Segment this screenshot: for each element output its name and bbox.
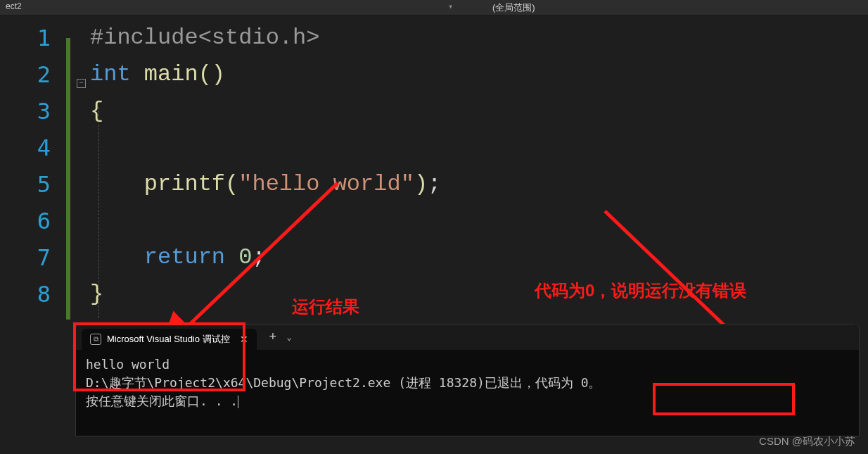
annotation-run-result: 运行结果 <box>292 296 359 318</box>
tab-dropdown-icon[interactable]: ⌄ <box>286 332 291 343</box>
line-number: 1 <box>0 20 51 56</box>
line-number: 2 <box>0 56 51 93</box>
code-line: return 0; <box>90 239 441 276</box>
fold-collapse-icon[interactable]: − <box>77 79 86 88</box>
terminal-window: ⧉ Microsoft Visual Studio 调试控 ✕ + ⌄ hell… <box>75 324 860 436</box>
code-line: int main() <box>90 56 441 93</box>
change-indicator-bar <box>66 38 70 320</box>
terminal-output[interactable]: hello world D:\趣字节\Project2\x64\Debug\Pr… <box>76 350 859 416</box>
code-line: } <box>90 276 441 313</box>
terminal-line: 按任意键关闭此窗口. . . <box>86 392 849 410</box>
terminal-line: D:\趣字节\Project2\x64\Debug\Project2.exe (… <box>86 374 849 392</box>
line-number: 4 <box>0 130 51 166</box>
terminal-tabbar: ⧉ Microsoft Visual Studio 调试控 ✕ + ⌄ <box>76 324 859 350</box>
line-number-gutter: 1 2 3 4 5 6 7 8 <box>0 15 63 325</box>
code-line: #include<stdio.h> <box>90 20 441 56</box>
annotation-exit-code: 代码为0，说明运行没有错误 <box>535 279 746 302</box>
new-tab-button[interactable]: + <box>269 330 277 344</box>
code-line <box>90 130 441 166</box>
scope-dropdown[interactable]: (全局范围) <box>492 1 535 14</box>
line-number: 6 <box>0 203 51 239</box>
line-number: 3 <box>0 93 51 130</box>
line-number: 7 <box>0 239 51 276</box>
code-line: { <box>90 93 441 130</box>
code-content[interactable]: #include<stdio.h> int main() { printf("h… <box>63 15 441 325</box>
cursor-icon <box>238 396 238 408</box>
top-bar: ect2 ▾ (全局范围) <box>0 0 868 15</box>
line-number: 5 <box>0 166 51 203</box>
file-tab-label[interactable]: ect2 <box>0 0 27 15</box>
close-tab-icon[interactable]: ✕ <box>240 334 248 345</box>
terminal-app-icon: ⧉ <box>90 334 101 345</box>
dropdown-chevron-icon[interactable]: ▾ <box>448 1 453 12</box>
terminal-tab[interactable]: ⧉ Microsoft Visual Studio 调试控 ✕ <box>82 329 257 350</box>
terminal-line: hello world <box>86 355 849 374</box>
terminal-tab-title: Microsoft Visual Studio 调试控 <box>107 333 230 346</box>
code-editor[interactable]: 1 2 3 4 5 6 7 8 − #include<stdio.h> int … <box>0 15 868 325</box>
line-number: 8 <box>0 276 51 313</box>
watermark: CSDN @码农小小苏 <box>759 435 855 448</box>
code-line: printf("hello world"); <box>90 166 441 203</box>
code-line <box>90 203 441 239</box>
indent-guide <box>98 107 99 318</box>
